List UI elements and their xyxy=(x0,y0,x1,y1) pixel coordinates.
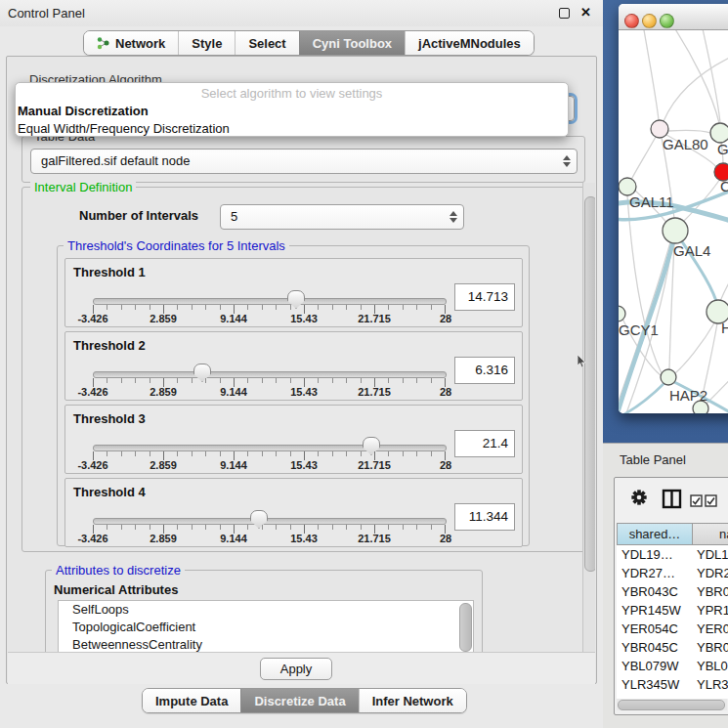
threshold-3-slider-track[interactable] xyxy=(93,445,447,451)
threshold-coordinates-title: Threshold's Coordinates for 5 Intervals xyxy=(64,238,289,253)
node-gcy1[interactable] xyxy=(619,306,625,321)
tab-impute-data[interactable]: Impute Data xyxy=(143,689,240,712)
dropdown-item-equal-width-frequency[interactable]: Equal Width/Frequency Discretization xyxy=(16,120,568,138)
checkbox-checked-icon[interactable] xyxy=(705,494,717,507)
float-window-icon[interactable] xyxy=(559,8,570,19)
list-scrollbar[interactable] xyxy=(459,603,472,652)
tab-label-discretize-data: Discretize Data xyxy=(254,694,345,708)
cell-shared-name: YER054C xyxy=(617,620,693,638)
cell-shared-name: YBR043C xyxy=(617,582,693,601)
table-data-value: galFiltered.sif default node xyxy=(41,150,190,173)
table-row[interactable]: YBL079WYBL0 xyxy=(617,657,728,675)
tab-discretize-data[interactable]: Discretize Data xyxy=(240,689,358,712)
network-view-window: GAL80 GA C GAL11 GAL4 GCY1 H HAP2 xyxy=(619,4,728,413)
table-row[interactable]: YPR145WYPR1 xyxy=(617,601,728,620)
interval-definition-title: Interval Definition xyxy=(30,180,136,194)
network-icon xyxy=(97,36,109,50)
tab-label-infer-network: Infer Network xyxy=(372,694,453,708)
numerical-attributes-list: SelfLoops TopologicalCoefficient Between… xyxy=(58,600,474,652)
slider-ticks xyxy=(93,451,446,460)
table-row[interactable]: YDL19…YDL1 xyxy=(617,545,728,564)
node-label-partial-c: C xyxy=(720,178,728,194)
threshold-4-value-field[interactable]: 11.344 xyxy=(454,503,515,531)
tab-network[interactable]: Network xyxy=(84,31,178,55)
tab-label-select: Select xyxy=(248,36,285,51)
checkbox-checked-icon[interactable] xyxy=(690,494,703,507)
panel-vertical-scrollbar[interactable] xyxy=(582,183,595,652)
table-horizontal-scrollbar[interactable] xyxy=(617,699,727,710)
cell-shared-name: YBL079W xyxy=(617,657,693,675)
interval-definition-group: Interval Definition Number of Intervals … xyxy=(21,187,585,552)
column-header-name[interactable]: name xyxy=(693,523,728,545)
list-item-selfloops[interactable]: SelfLoops xyxy=(59,601,473,619)
scrollbar-thumb[interactable] xyxy=(584,196,595,572)
table-data-combobox[interactable]: galFiltered.sif default node xyxy=(30,149,578,174)
table-row[interactable]: YLR345WYLR3 xyxy=(617,675,728,694)
cell-name: YBR0 xyxy=(693,638,728,657)
tab-jactivemnodules[interactable]: jActiveMNodules xyxy=(405,31,534,55)
cyni-toolbox-panel: Discretization Algorithm Select algorith… xyxy=(6,56,597,684)
network-window-titlebar xyxy=(619,4,728,30)
threshold-2-slider-track[interactable] xyxy=(93,371,447,378)
cell-name: YBL0 xyxy=(693,657,728,675)
tick-label: 28 xyxy=(440,533,451,544)
threshold-1-slider-track[interactable] xyxy=(93,298,447,305)
tab-style[interactable]: Style xyxy=(178,31,235,55)
cell-shared-name: YDL19… xyxy=(617,545,693,564)
tab-select[interactable]: Select xyxy=(235,31,298,55)
tick-label: 15.43 xyxy=(290,533,318,544)
list-item-topologicalcoefficient[interactable]: TopologicalCoefficient xyxy=(59,619,473,636)
number-of-intervals-combobox[interactable]: 5 xyxy=(220,204,464,230)
network-canvas[interactable]: GAL80 GA C GAL11 GAL4 GCY1 H HAP2 xyxy=(619,30,728,413)
numerical-attributes-heading: Numerical Attributes xyxy=(54,582,178,597)
cell-name: YER0 xyxy=(693,620,728,638)
list-item-betweennesscentrality[interactable]: BetweennessCentrality xyxy=(59,636,473,652)
table-row[interactable]: YER054CYER0 xyxy=(617,620,728,638)
threshold-4-panel: Threshold 4 -3.426 2.859 9.144 15.43 21.… xyxy=(64,478,523,547)
apply-button[interactable]: Apply xyxy=(260,658,332,680)
tick-label: 15.43 xyxy=(290,386,318,398)
table-row[interactable]: YBR043CYBR0 xyxy=(617,582,728,601)
slider-ticks xyxy=(93,305,446,314)
node-hap2[interactable] xyxy=(661,369,676,385)
tab-label-network: Network xyxy=(115,36,165,51)
slider-ticks xyxy=(93,378,446,387)
tick-label: 2.859 xyxy=(150,313,177,324)
gear-icon[interactable] xyxy=(630,489,648,506)
threshold-1-value-field[interactable]: 14.713 xyxy=(454,283,515,311)
zoom-traffic-light[interactable] xyxy=(660,14,674,28)
threshold-3-panel: Threshold 3 -3.426 2.859 9.144 15.43 21.… xyxy=(64,405,523,474)
tick-label: 28 xyxy=(440,386,451,398)
node-top-right[interactable] xyxy=(710,123,728,143)
close-traffic-light[interactable] xyxy=(624,14,639,28)
algorithm-dropdown-popup: Select algorithm to view settings Manual… xyxy=(15,82,569,137)
tick-label: 9.144 xyxy=(220,533,247,544)
control-panel-titlebar: Control Panel ✕ xyxy=(0,0,603,26)
threshold-2-value-field[interactable]: 6.316 xyxy=(454,357,515,384)
cell-shared-name: YLR345W xyxy=(617,675,693,694)
threshold-4-slider-track[interactable] xyxy=(93,518,447,525)
tab-infer-network[interactable]: Infer Network xyxy=(359,689,466,712)
table-body: YDL19…YDL1 YDR27…YDR2 YBR043CYBR0 YPR145… xyxy=(617,545,728,699)
table-row[interactable]: YBR045CYBR0 xyxy=(617,638,728,657)
tab-label-jactivemnodules: jActiveMNodules xyxy=(418,36,521,51)
node-gal4[interactable] xyxy=(663,218,688,243)
split-columns-icon[interactable] xyxy=(662,489,682,509)
close-icon[interactable]: ✕ xyxy=(580,5,591,20)
control-panel-window: Control Panel ✕ Network Style Select Cyn… xyxy=(0,0,604,728)
scrollbar-thumb[interactable] xyxy=(618,700,725,710)
tab-cyni-toolbox[interactable]: Cyni Toolbox xyxy=(299,31,405,55)
minimize-traffic-light[interactable] xyxy=(642,14,657,28)
dropdown-placeholder-item[interactable]: Select algorithm to view settings xyxy=(16,83,568,103)
threshold-1-panel: Threshold 1 -3.426 2.859 9.144 15.43 21.… xyxy=(64,258,523,327)
column-header-shared-name[interactable]: shared… xyxy=(617,523,693,545)
tick-label: 28 xyxy=(440,459,451,471)
table-row[interactable]: YDR27…YDR2 xyxy=(617,564,728,582)
tick-label: 9.144 xyxy=(220,459,247,471)
tick-label: 15.43 xyxy=(290,313,318,324)
number-of-intervals-value: 5 xyxy=(231,205,237,229)
cell-name: YDL1 xyxy=(693,545,728,564)
threshold-3-value-field[interactable]: 21.4 xyxy=(454,430,515,457)
dropdown-item-manual-discretization[interactable]: Manual Discretization xyxy=(16,103,568,120)
panel-title: Control Panel xyxy=(8,6,85,21)
